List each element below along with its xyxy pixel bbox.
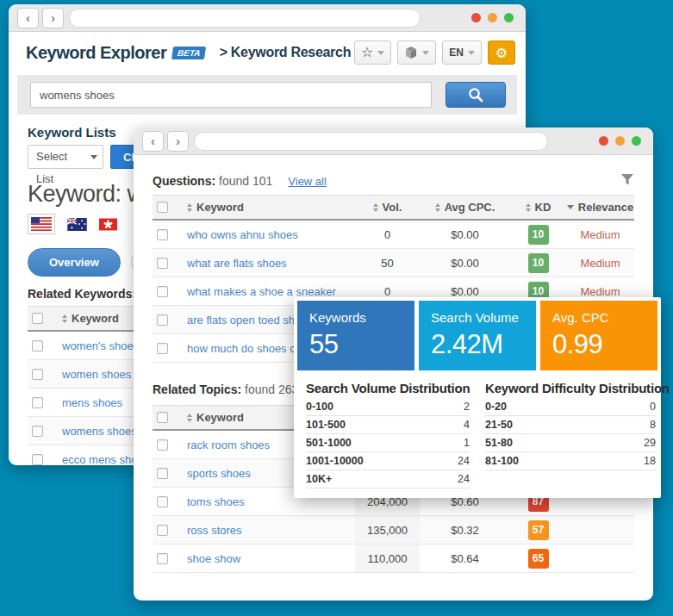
- flag-hk[interactable]: [99, 218, 117, 231]
- row-checkbox[interactable]: [157, 343, 168, 354]
- keyword-link[interactable]: mens shoes: [62, 396, 122, 409]
- back-button[interactable]: ‹: [17, 8, 39, 28]
- kd-badge: 10: [528, 225, 549, 245]
- search-volume-tile: Search Volume 2.42M: [419, 301, 536, 370]
- distribution-row: 0-1002: [306, 398, 470, 416]
- column-cpc[interactable]: Avg CPC.: [445, 201, 495, 214]
- sort-icon[interactable]: [373, 203, 378, 212]
- view-all-link[interactable]: View all: [288, 175, 327, 188]
- language-selector[interactable]: EN: [442, 40, 482, 65]
- sort-icon[interactable]: [187, 203, 192, 212]
- window-controls: [599, 136, 641, 146]
- keyword-link[interactable]: who owns ahnu shoes: [187, 228, 298, 241]
- maximize-window-button[interactable]: [632, 136, 641, 146]
- row-checkbox[interactable]: [157, 553, 168, 564]
- volume-cell: 110,000: [355, 544, 420, 572]
- row-checkbox[interactable]: [32, 426, 43, 437]
- sort-icon[interactable]: [526, 203, 531, 212]
- column-volume[interactable]: Vol.: [383, 201, 402, 214]
- select-list-dropdown[interactable]: Select List: [28, 145, 103, 169]
- flag-au[interactable]: [67, 218, 87, 231]
- tab-overview[interactable]: Overview: [28, 248, 121, 277]
- search-button[interactable]: [446, 82, 506, 108]
- sort-desc-icon[interactable]: [567, 205, 574, 209]
- chevron-right-icon: ›: [51, 10, 55, 25]
- maximize-window-button[interactable]: [504, 13, 514, 22]
- column-keyword[interactable]: Keyword: [196, 411, 244, 424]
- column-keyword[interactable]: Keyword: [72, 312, 119, 325]
- keyword-link[interactable]: women shoes: [62, 368, 131, 381]
- volume-cell: 0: [355, 221, 420, 248]
- au-flag-icon: [67, 218, 87, 231]
- tile-value: 55: [309, 329, 402, 360]
- distribution-title: Search Volume Distribution: [306, 381, 470, 395]
- flag-us[interactable]: [28, 214, 55, 234]
- keyword-link[interactable]: rack room shoes: [187, 439, 270, 451]
- column-keyword[interactable]: Keyword: [196, 201, 244, 214]
- keyword-link[interactable]: toms shoes: [187, 495, 244, 508]
- row-checkbox[interactable]: [157, 439, 168, 451]
- distribution-row: 81-10018: [485, 452, 656, 470]
- tile-label: Search Volume: [431, 310, 524, 325]
- row-checkbox[interactable]: [157, 496, 168, 507]
- keyword-link[interactable]: sports shoes: [187, 467, 251, 480]
- row-checkbox[interactable]: [157, 286, 168, 297]
- close-window-button[interactable]: [471, 13, 481, 22]
- table-row: shoe show 110,000 $0.64 65: [153, 544, 634, 573]
- us-flag-icon: [31, 217, 52, 231]
- keyword-stats-card: Keywords 55 Search Volume 2.42M Avg. CPC…: [294, 297, 661, 498]
- table-row: what are flats shoes 50 $0.00 10 Medium: [153, 249, 634, 277]
- row-checkbox[interactable]: [32, 397, 43, 408]
- keyword-link[interactable]: what makes a shoe a sneaker: [187, 285, 336, 298]
- filter-funnel-icon: [620, 173, 634, 186]
- close-window-button[interactable]: [599, 136, 608, 146]
- forward-button[interactable]: ›: [167, 131, 189, 152]
- keyword-link[interactable]: ross stores: [187, 524, 242, 537]
- row-checkbox[interactable]: [32, 454, 43, 465]
- table-header: Keyword Vol. Avg CPC. KD Relevance: [153, 195, 634, 221]
- search-input[interactable]: [30, 82, 432, 108]
- window-controls: [471, 13, 514, 22]
- settings-button[interactable]: ⚙: [488, 40, 515, 65]
- forward-button[interactable]: ›: [42, 8, 64, 28]
- row-checkbox[interactable]: [32, 369, 43, 380]
- select-all-checkbox[interactable]: [157, 202, 168, 213]
- row-checkbox[interactable]: [32, 340, 43, 352]
- url-bar[interactable]: [69, 9, 421, 28]
- relevance-cell: Medium: [566, 249, 634, 277]
- minimize-window-button[interactable]: [615, 136, 625, 146]
- column-kd[interactable]: KD: [535, 201, 551, 214]
- sort-icon[interactable]: [62, 314, 67, 323]
- cpc-cell: $0.00: [420, 249, 510, 277]
- back-button[interactable]: ‹: [142, 131, 164, 152]
- hk-flag-icon: [99, 218, 117, 231]
- apps-button[interactable]: [397, 40, 436, 65]
- app-title: Keyword Explorer: [26, 43, 166, 63]
- keyword-link[interactable]: women's shoes: [62, 339, 139, 352]
- search-icon: [467, 86, 484, 103]
- keyword-link[interactable]: how much do shoes cost: [187, 342, 310, 355]
- beta-badge: BETA: [171, 47, 207, 59]
- url-bar[interactable]: [194, 132, 548, 151]
- row-checkbox[interactable]: [157, 314, 168, 326]
- tile-value: 2.42M: [431, 329, 524, 360]
- column-relevance[interactable]: Relevance: [578, 201, 633, 214]
- distribution-row: 101-5004: [306, 416, 470, 434]
- row-checkbox[interactable]: [157, 525, 168, 536]
- keyword-link[interactable]: shoe show: [187, 552, 240, 565]
- sort-icon[interactable]: [435, 203, 440, 212]
- related-topics-section-title: Related Topics: found 263: [153, 383, 298, 396]
- row-checkbox[interactable]: [157, 258, 168, 269]
- chevron-left-icon: ‹: [26, 10, 30, 25]
- sort-icon[interactable]: [187, 414, 192, 422]
- keyword-link[interactable]: what are flats shoes: [187, 257, 287, 270]
- select-all-checkbox[interactable]: [157, 412, 168, 423]
- filter-button[interactable]: [620, 173, 634, 190]
- minimize-window-button[interactable]: [488, 13, 497, 22]
- select-all-checkbox[interactable]: [32, 313, 43, 324]
- keyword-link[interactable]: womens shoes: [62, 425, 137, 438]
- row-checkbox[interactable]: [157, 229, 168, 240]
- favorites-button[interactable]: ☆: [354, 40, 391, 65]
- cube-icon: [404, 46, 418, 59]
- row-checkbox[interactable]: [157, 468, 168, 479]
